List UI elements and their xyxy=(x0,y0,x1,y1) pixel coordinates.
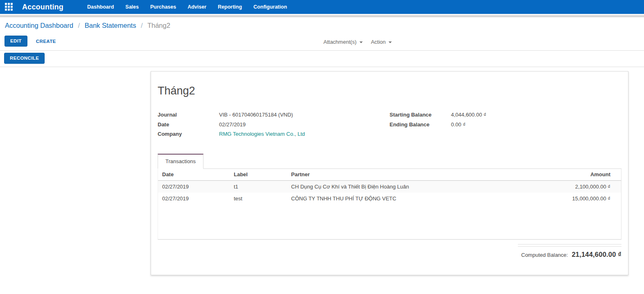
field-groups: Journal VIB - 601704060175184 (VND) Date… xyxy=(158,110,621,139)
top-menu: Dashboard Sales Purchases Adviser Report… xyxy=(81,0,293,14)
starting-balance-label: Starting Balance xyxy=(390,112,451,118)
menu-adviser[interactable]: Adviser xyxy=(182,0,212,14)
totals-separator xyxy=(518,246,621,247)
field-group-right: Starting Balance 4,044,600.00 ₫ Ending B… xyxy=(390,110,622,139)
transactions-table: Date Label Partner Amount 02/27/2019 t1 … xyxy=(158,169,621,240)
field-journal: Journal VIB - 601704060175184 (VND) xyxy=(158,110,390,120)
cell-amount[interactable]: 15,000,000.00 ₫ xyxy=(502,193,621,204)
breadcrumb-bank-statements[interactable]: Bank Statements xyxy=(85,22,136,29)
cell-partner[interactable]: CH Dụng Cụ Cơ Khí và Thiết Bị Điện Hoàng… xyxy=(287,181,502,193)
field-ending-balance: Ending Balance 0.00 ₫ xyxy=(390,120,622,130)
date-value: 02/27/2019 xyxy=(219,121,246,128)
caret-down-icon xyxy=(389,41,392,43)
field-group-left: Journal VIB - 601704060175184 (VND) Date… xyxy=(158,110,390,139)
breadcrumb-separator: / xyxy=(141,22,143,29)
record-title: Tháng2 xyxy=(158,84,621,98)
action-dropdown-label: Action xyxy=(371,39,386,45)
column-header-date[interactable]: Date xyxy=(158,169,230,181)
caret-down-icon xyxy=(359,41,363,43)
record-dropdowns: Attachment(s) Action xyxy=(323,39,392,45)
form-statusbar: RECONCILE xyxy=(0,51,644,67)
breadcrumb-separator: / xyxy=(78,22,80,29)
starting-balance-value: 4,044,600.00 ₫ xyxy=(451,112,486,118)
computed-balance-label: Computed Balance: xyxy=(521,252,568,258)
field-date: Date 02/27/2019 xyxy=(158,120,390,130)
journal-label: Journal xyxy=(158,112,219,118)
breadcrumb: Accounting Dashboard / Bank Statements /… xyxy=(0,18,644,33)
column-header-amount[interactable]: Amount xyxy=(502,169,621,181)
company-link[interactable]: RMG Technologies Vietnam Co., Ltd xyxy=(219,131,305,137)
notebook: Transactions Date Label Partner Amount xyxy=(158,154,621,258)
breadcrumb-accounting-dashboard[interactable]: Accounting Dashboard xyxy=(5,22,73,29)
app-title: Accounting xyxy=(22,3,63,11)
totals-block: Computed Balance: 21,144,600.00 ₫ xyxy=(518,244,621,258)
table-header-row: Date Label Partner Amount xyxy=(158,169,621,181)
top-navbar: Accounting Dashboard Sales Purchases Adv… xyxy=(0,0,644,14)
reconcile-button[interactable]: RECONCILE xyxy=(4,53,45,64)
table-row[interactable]: 02/27/2019 test CÔNG TY TNHH THU PHÍ TỰ … xyxy=(158,193,621,204)
computed-balance: Computed Balance: 21,144,600.00 ₫ xyxy=(518,251,621,258)
table-empty-space xyxy=(158,204,621,239)
cell-amount[interactable]: 2,100,000.00 ₫ xyxy=(502,181,621,193)
computed-balance-value: 21,144,600.00 ₫ xyxy=(572,251,621,258)
control-panel: EDIT CREATE Attachment(s) Action xyxy=(0,33,644,51)
column-header-partner[interactable]: Partner xyxy=(287,169,502,181)
company-label: Company xyxy=(158,131,219,137)
breadcrumb-current-record: Tháng2 xyxy=(147,22,170,29)
edit-button[interactable]: EDIT xyxy=(5,36,27,47)
apps-grid-icon[interactable] xyxy=(5,3,13,11)
cell-date[interactable]: 02/27/2019 xyxy=(158,193,230,204)
cell-label[interactable]: t1 xyxy=(230,181,287,193)
field-company: Company RMG Technologies Vietnam Co., Lt… xyxy=(158,129,390,139)
menu-dashboard[interactable]: Dashboard xyxy=(81,0,120,14)
ending-balance-label: Ending Balance xyxy=(390,121,451,128)
menu-purchases[interactable]: Purchases xyxy=(145,0,182,14)
field-starting-balance: Starting Balance 4,044,600.00 ₫ xyxy=(390,110,622,120)
date-label: Date xyxy=(158,121,219,128)
form-sheet: Tháng2 Journal VIB - 601704060175184 (VN… xyxy=(151,71,628,275)
menu-reporting[interactable]: Reporting xyxy=(212,0,248,14)
navbar-shadow xyxy=(0,14,644,18)
action-dropdown[interactable]: Action xyxy=(371,39,392,45)
tab-strip: Transactions xyxy=(158,154,621,169)
create-button[interactable]: CREATE xyxy=(34,36,58,46)
totals-separator xyxy=(518,244,621,245)
ending-balance-value: 0.00 ₫ xyxy=(451,121,466,128)
table-row[interactable]: 02/27/2019 t1 CH Dụng Cụ Cơ Khí và Thiết… xyxy=(158,181,621,193)
column-header-label[interactable]: Label xyxy=(230,169,287,181)
attachments-dropdown[interactable]: Attachment(s) xyxy=(323,39,363,45)
menu-sales[interactable]: Sales xyxy=(120,0,145,14)
attachments-dropdown-label: Attachment(s) xyxy=(323,39,357,45)
form-view: Tháng2 Journal VIB - 601704060175184 (VN… xyxy=(0,67,644,275)
tab-transactions[interactable]: Transactions xyxy=(158,154,203,169)
menu-configuration[interactable]: Configuration xyxy=(248,0,293,14)
cell-date[interactable]: 02/27/2019 xyxy=(158,181,230,193)
journal-value: VIB - 601704060175184 (VND) xyxy=(219,112,293,118)
cell-label[interactable]: test xyxy=(230,193,287,204)
cell-partner[interactable]: CÔNG TY TNHH THU PHÍ TỰ ĐỘNG VETC xyxy=(287,193,502,204)
